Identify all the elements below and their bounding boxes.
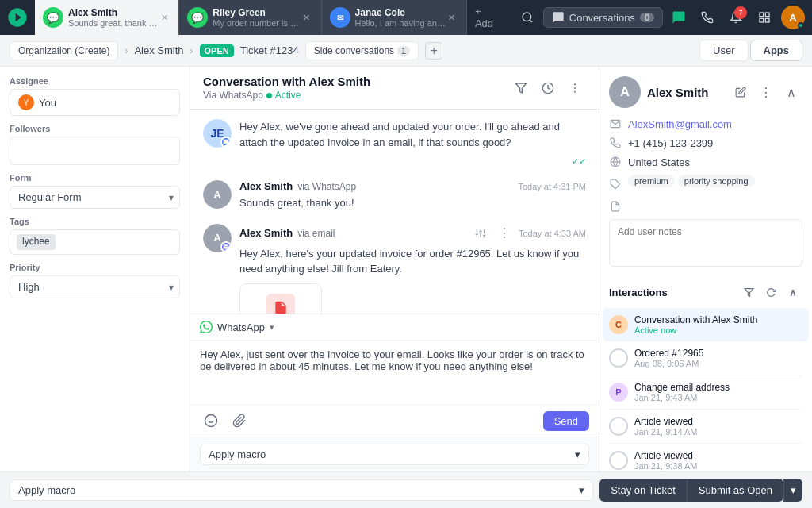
interaction-time-2: Aug 08, 9:05 AM: [634, 359, 802, 368]
form-select[interactable]: Regular Form: [10, 186, 180, 209]
conv-via: Via WhatsApp Active: [203, 90, 510, 101]
user-notes-input[interactable]: [609, 219, 802, 267]
tab-text-2: Riley Green My order number is 19...: [213, 7, 300, 28]
msg-tune-button[interactable]: [471, 224, 490, 243]
message-3-meta: Alex Smith via email ⋮ Today at 4:33 AM: [239, 224, 586, 243]
notifications-button[interactable]: 7: [723, 5, 749, 30]
user-email[interactable]: AlexSmith@gmail.com: [628, 118, 732, 130]
tab-text-1: Alex Smith Sounds great, thank you!: [68, 7, 158, 28]
add-tab-button[interactable]: +: [425, 42, 442, 60]
svg-point-9: [574, 90, 576, 92]
grid-button[interactable]: [752, 5, 777, 30]
tab-riley-green[interactable]: 💬 Riley Green My order number is 19... ✕: [179, 0, 321, 35]
more-options-button[interactable]: [564, 77, 586, 99]
interaction-item-4[interactable]: Article viewed Jan 21, 9:14 AM: [609, 410, 802, 444]
bottom-macro-select[interactable]: Apply macro ▾: [10, 479, 593, 501]
message-1-body: Hey Alex, we've gone ahead and updated y…: [239, 119, 586, 150]
refresh-interactions-button[interactable]: [761, 283, 780, 302]
assignee-label: Assignee: [10, 76, 180, 86]
tab-sub-1: Sounds great, thank you!: [68, 18, 158, 28]
svg-point-19: [205, 415, 217, 427]
tab-icon-3: ✉: [330, 7, 350, 28]
org-breadcrumb[interactable]: Organization (Create): [10, 41, 118, 60]
breadcrumb-sep-1: ›: [124, 45, 128, 56]
attachment-button[interactable]: [228, 410, 251, 432]
user-view-button[interactable]: User: [699, 40, 748, 61]
conversations-count: 0: [640, 13, 654, 22]
tab-alex-smith[interactable]: 💬 Alex Smith Sounds great, thank you! ✕: [35, 0, 179, 35]
tab-close-2[interactable]: ✕: [301, 11, 313, 24]
message-1: JE Hey Alex, we've gone ahead and update…: [203, 119, 586, 167]
svg-point-0: [523, 13, 531, 21]
conversations-button[interactable]: Conversations 0: [543, 7, 663, 28]
reply-channel-label: WhatsApp: [217, 321, 265, 333]
submit-dropdown-chevron[interactable]: ▾: [783, 479, 802, 502]
emoji-button[interactable]: [200, 410, 222, 432]
msg-more-button[interactable]: ⋮: [495, 224, 514, 243]
stay-on-ticket-button[interactable]: Stay on Ticket: [599, 479, 687, 502]
phone-button[interactable]: [695, 5, 720, 30]
interaction-item-5[interactable]: Article viewed Jan 21, 9:38 AM: [609, 444, 802, 471]
interaction-title-4: Article viewed: [634, 416, 802, 427]
assignee-field[interactable]: Y You: [10, 89, 180, 116]
chat-icon-button[interactable]: [666, 5, 691, 30]
conversations-label: Conversations: [569, 12, 635, 24]
user-tags-row: premium priority shopping: [628, 175, 755, 187]
filter-icon-button[interactable]: [510, 77, 532, 99]
bottom-macro-wrapper: Apply macro ▾: [10, 479, 593, 501]
interaction-item-3[interactable]: P Change email address Jan 21, 9:43 AM: [609, 375, 802, 410]
left-panel: Assignee Y You Followers Form Regular Fo…: [0, 67, 190, 471]
filter-interactions-button[interactable]: [739, 283, 758, 302]
apps-view-button[interactable]: Apps: [750, 40, 803, 61]
tag-icon: [609, 178, 622, 190]
apply-macro-select[interactable]: Apply macro ▾: [200, 444, 589, 465]
interaction-item-1[interactable]: C Conversation with Alex Smith Active no…: [603, 308, 809, 341]
message-2-body: Sounds great, thank you!: [239, 195, 586, 211]
interaction-body-2: Ordered #12965 Aug 08, 9:05 AM: [634, 348, 802, 368]
edit-user-button[interactable]: [730, 81, 752, 103]
breadcrumb-sep-2: ›: [190, 45, 193, 56]
message-2-meta: Alex Smith via WhatsApp Today at 4:31 PM: [239, 180, 586, 192]
clock-icon-button[interactable]: [537, 77, 559, 99]
reply-text-area[interactable]: Hey Alex, just sent over the invoice to …: [190, 341, 599, 404]
channel-chevron-icon[interactable]: ▾: [270, 322, 274, 333]
followers-input[interactable]: [18, 142, 171, 160]
secondbar-right: User Apps: [699, 40, 802, 61]
tags-field[interactable]: lychee: [10, 229, 180, 255]
interaction-item-2[interactable]: Ordered #12965 Aug 08, 9:05 AM: [609, 341, 802, 375]
user-email-row: AlexSmith@gmail.com: [609, 117, 802, 130]
interaction-title-5: Article viewed: [634, 450, 802, 461]
tab-name-3: Janae Cole: [355, 7, 446, 18]
svg-marker-25: [745, 288, 753, 296]
attachment-invoice[interactable]: Invoice_12965 PDF: [239, 283, 322, 314]
interaction-title-1: Conversation with Alex Smith: [634, 314, 802, 325]
interaction-body-3: Change email address Jan 21, 9:43 AM: [634, 382, 802, 402]
main-content: Assignee Y You Followers Form Regular Fo…: [0, 67, 812, 471]
alex-avatar-3: A: [203, 224, 232, 252]
tab-close-1[interactable]: ✕: [158, 11, 170, 24]
collapse-interactions-button[interactable]: ∧: [783, 283, 802, 302]
right-panel-content: A Alex Smith ⋮ ∧ AlexSmith@gmail.com: [599, 67, 812, 471]
via-label: Via WhatsApp: [203, 90, 263, 101]
send-button[interactable]: Send: [543, 411, 589, 431]
tab-close-3[interactable]: ✕: [446, 11, 458, 24]
messages-area: JE Hey Alex, we've gone ahead and update…: [190, 110, 599, 314]
interaction-icon-4: [609, 417, 628, 436]
side-conversations-button[interactable]: Side conversations 1: [305, 41, 419, 60]
search-button[interactable]: [515, 5, 540, 30]
status-dot: [798, 22, 804, 29]
priority-select[interactable]: LowNormalHighUrgent: [10, 275, 180, 298]
tab-janae-cole[interactable]: ✉ Janae Cole Hello, I am having an is...…: [322, 0, 467, 35]
message-3-body: Hey Alex, here's your updated invoice fo…: [239, 246, 586, 277]
user-location: United States: [628, 156, 690, 168]
status-label: Active: [275, 90, 301, 101]
submit-as-open-button[interactable]: Submit as Open: [687, 479, 783, 502]
collapse-user-button[interactable]: ∧: [780, 81, 802, 103]
tab-add-button[interactable]: + Add: [467, 0, 508, 35]
interaction-title-2: Ordered #12965: [634, 348, 802, 359]
more-user-button[interactable]: ⋮: [755, 81, 777, 103]
svg-point-8: [574, 87, 576, 89]
reply-area: WhatsApp ▾ Hey Alex, just sent over the …: [190, 314, 599, 437]
user-avatar[interactable]: A: [780, 5, 806, 30]
followers-field[interactable]: [10, 137, 180, 165]
